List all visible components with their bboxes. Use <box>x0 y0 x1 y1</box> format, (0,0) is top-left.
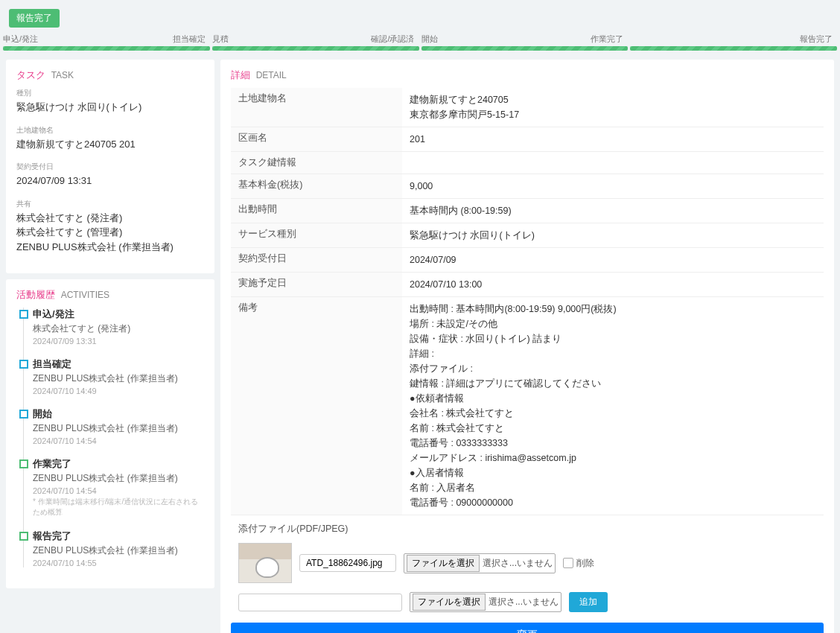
activity-title: 担当確定 <box>33 357 204 371</box>
activity-sub: ZENBU PLUS株式会社 (作業担当者) <box>33 422 204 435</box>
detail-value <box>402 152 824 174</box>
detail-card: 詳細 DETAIL 土地建物名建物新規てすと240705東京都多摩市関戸5-15… <box>220 60 834 633</box>
progress-label: 報告完了 <box>800 34 833 45</box>
progress-row: 申込/発注担当確定 見積確認/承認済 開始作業完了 報告完了 <box>0 34 840 54</box>
activity-title: 報告完了 <box>33 529 204 543</box>
task-label: 種別 <box>16 88 204 98</box>
detail-key: 備考 <box>231 297 402 515</box>
detail-key: サービス種別 <box>231 223 402 248</box>
task-value: 緊急駆けつけ 水回り(トイレ) <box>16 100 204 115</box>
activity-time: 2024/07/10 14:54 <box>33 436 204 445</box>
attach-row: ファイルを選択 選択さ...いません 追加 <box>231 588 824 617</box>
add-button[interactable]: 追加 <box>569 592 608 612</box>
activity-note: * 作業時間は端末移行/端末/通信状況に左右されるため概算 <box>33 497 204 518</box>
progress-bar <box>421 46 629 51</box>
detail-table: 土地建物名建物新規てすと240705東京都多摩市関戸5-15-17区画名201タ… <box>231 88 824 515</box>
task-label: 共有 <box>16 199 204 209</box>
detail-key: タスク鍵情報 <box>231 152 402 174</box>
task-value: 2024/07/09 13:31 <box>16 174 204 188</box>
progress-label: 申込/発注 <box>3 34 38 45</box>
activity-title: 申込/発注 <box>33 308 204 321</box>
status-badge: 報告完了 <box>9 9 60 28</box>
filename-input[interactable] <box>299 554 396 572</box>
progress-label: 開始 <box>421 34 438 45</box>
detail-key: 土地建物名 <box>231 88 402 127</box>
activity-time: 2024/07/10 14:54 <box>33 486 204 495</box>
activity-time: 2024/07/10 14:55 <box>33 559 204 567</box>
activity-time: 2024/07/09 13:31 <box>33 337 204 346</box>
detail-value: 基本時間内 (8:00-19:59) <box>402 199 824 223</box>
filename-input[interactable] <box>238 594 402 611</box>
progress-label: 見積 <box>212 34 229 45</box>
file-status: 選択さ...いません <box>489 596 559 608</box>
activity-item: 担当確定ZENBU PLUS株式会社 (作業担当者)2024/07/10 14:… <box>16 357 204 395</box>
task-label: 土地建物名 <box>16 125 204 136</box>
activity-sub: ZENBU PLUS株式会社 (作業担当者) <box>33 472 204 485</box>
activity-title: 開始 <box>33 407 204 421</box>
progress-bar <box>3 46 210 51</box>
file-status: 選択さ...いません <box>483 557 553 570</box>
activity-item: 申込/発注株式会社てすと (発注者)2024/07/09 13:31 <box>16 308 204 346</box>
detail-value: 201 <box>402 127 824 152</box>
attach-label: 添付ファイル(PDF/JPEG) <box>231 520 824 538</box>
progress-bar <box>630 46 837 51</box>
progress-label: 確認/承認済 <box>371 34 414 45</box>
detail-key: 契約受付日 <box>231 248 402 273</box>
detail-value: 緊急駆けつけ 水回り(トイレ) <box>402 223 824 248</box>
activity-item: 開始ZENBU PLUS株式会社 (作業担当者)2024/07/10 14:54 <box>16 407 204 445</box>
detail-value: 建物新規てすと240705東京都多摩市関戸5-15-17 <box>402 88 824 127</box>
activity-title: 作業完了 <box>33 457 204 471</box>
detail-value: 2024/07/10 13:00 <box>402 273 824 297</box>
task-section-title: タスク TASK <box>16 69 204 82</box>
task-label: 契約受付日 <box>16 162 204 172</box>
file-choose-button[interactable]: ファイルを選択 <box>413 594 486 611</box>
delete-checkbox[interactable]: 削除 <box>563 557 594 570</box>
detail-key: 基本料金(税抜) <box>231 174 402 199</box>
activity-item: 報告完了ZENBU PLUS株式会社 (作業担当者)2024/07/10 14:… <box>16 529 204 567</box>
attach-thumbnail[interactable] <box>238 543 292 583</box>
change-button[interactable]: 変更 <box>231 623 824 633</box>
detail-value: 9,000 <box>402 174 824 199</box>
activity-time: 2024/07/10 14:49 <box>33 387 204 395</box>
activity-item: 作業完了ZENBU PLUS株式会社 (作業担当者)2024/07/10 14:… <box>16 457 204 518</box>
activity-sub: ZENBU PLUS株式会社 (作業担当者) <box>33 372 204 385</box>
attach-row: ファイルを選択 選択さ...いません 削除 <box>231 538 824 588</box>
task-card: タスク TASK 種別緊急駆けつけ 水回り(トイレ)土地建物名建物新規てすと24… <box>6 60 214 273</box>
activity-sub: 株式会社てすと (発注者) <box>33 322 204 335</box>
progress-bar <box>212 46 419 51</box>
detail-key: 区画名 <box>231 127 402 152</box>
activities-card: 活動履歴 ACTIVITIES 申込/発注株式会社てすと (発注者)2024/0… <box>6 279 214 588</box>
activities-section-title: 活動履歴 ACTIVITIES <box>16 288 204 302</box>
detail-key: 出動時間 <box>231 199 402 223</box>
progress-label: 担当確定 <box>173 34 206 45</box>
detail-value: 出動時間 : 基本時間内(8:00-19:59) 9,000円(税抜)場所 : … <box>402 297 824 515</box>
task-value: 株式会社てすと (発注者)株式会社てすと (管理者)ZENBU PLUS株式会社… <box>16 211 204 255</box>
progress-label: 作業完了 <box>591 34 623 45</box>
task-value: 建物新規てすと240705 201 <box>16 137 204 152</box>
file-choose-button[interactable]: ファイルを選択 <box>407 555 480 572</box>
detail-key: 実施予定日 <box>231 273 402 297</box>
activity-sub: ZENBU PLUS株式会社 (作業担当者) <box>33 544 204 557</box>
detail-value: 2024/07/09 <box>402 248 824 273</box>
detail-section-title: 詳細 DETAIL <box>231 69 824 82</box>
